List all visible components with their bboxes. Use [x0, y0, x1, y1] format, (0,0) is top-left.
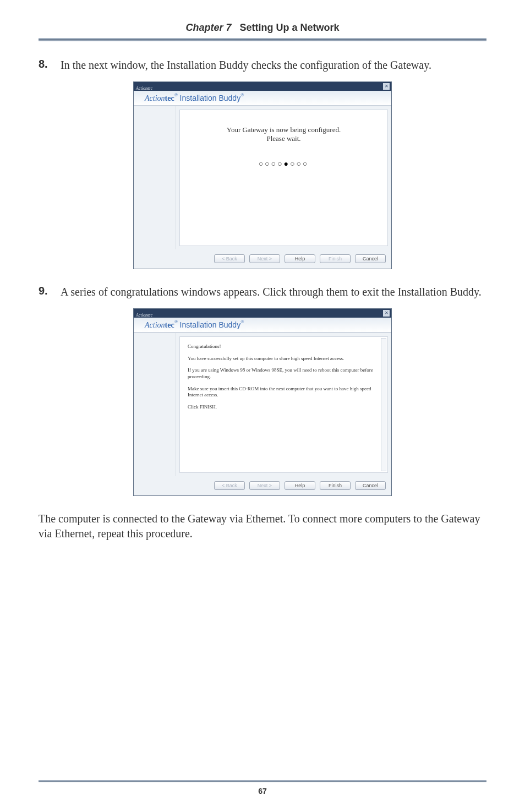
header-rule [39, 38, 486, 41]
main-panel: Your Gateway is now being configured. Pl… [179, 110, 388, 246]
titlebar-label: Actiontec [134, 86, 152, 91]
closing-paragraph: The computer is connected to the Gateway… [39, 511, 486, 541]
configure-message-1: Your Gateway is now being configured. [191, 126, 376, 134]
reg-mark-2: ® [240, 319, 244, 324]
titlebar: Actiontec ✕ [134, 309, 391, 318]
congrats-line-4: Make sure you insert this CD-ROM into th… [188, 386, 376, 399]
step-text: In the next window, the Installation Bud… [61, 58, 486, 73]
footer-rule [39, 780, 486, 782]
scrollbar[interactable] [381, 338, 386, 471]
close-icon[interactable]: ✕ [383, 83, 390, 90]
help-button[interactable]: Help [285, 481, 315, 490]
dialog-body: Your Gateway is now being configured. Pl… [134, 106, 391, 249]
step-8: 8. In the next window, the Installation … [39, 58, 486, 73]
titlebar-label: Actiontec [134, 313, 152, 318]
dialog-footer: < Back Next > Help Finish Cancel [134, 476, 391, 495]
main-panel: Congratulations! You have successfully s… [179, 336, 388, 473]
back-button: < Back [214, 481, 245, 490]
help-button[interactable]: Help [285, 254, 315, 263]
side-column [134, 333, 176, 476]
cancel-button[interactable]: Cancel [355, 254, 386, 263]
back-button: < Back [214, 254, 245, 263]
close-icon[interactable]: ✕ [383, 310, 390, 317]
chapter-label: Chapter 7 [185, 22, 231, 33]
page-footer: 67 [39, 780, 486, 795]
install-dialog-configuring: Actiontec ✕ Actiontec® Installation Budd… [133, 81, 392, 269]
next-button: Next > [249, 254, 280, 263]
brand-action: Action [145, 321, 165, 329]
step-number: 8. [39, 58, 61, 73]
dot-empty: ○○○○ [259, 160, 284, 168]
cancel-button[interactable]: Cancel [355, 481, 386, 490]
side-column [134, 106, 176, 249]
finish-button[interactable]: Finish [320, 481, 351, 490]
reg-mark: ® [174, 319, 178, 324]
next-button: Next > [249, 481, 280, 490]
dialog-body: Congratulations! You have successfully s… [134, 333, 391, 476]
progress-dots: ○○○○●○○○ [191, 160, 376, 168]
chapter-title: Setting Up a Network [240, 22, 340, 33]
step-number: 9. [39, 285, 61, 299]
titlebar: Actiontec ✕ [134, 82, 391, 91]
brand-tec: tec [165, 94, 174, 102]
brand-suffix: Installation Buddy [178, 94, 240, 102]
congrats-text: Congratulations! You have successfully s… [188, 344, 376, 411]
dot-filled: ● [283, 160, 289, 168]
brand-action: Action [145, 94, 165, 102]
install-dialog-congrats: Actiontec ✕ Actiontec® Installation Budd… [133, 308, 392, 496]
finish-button: Finish [320, 254, 351, 263]
congrats-line-5: Click FINISH. [188, 404, 376, 411]
reg-mark-2: ® [240, 92, 244, 97]
brand: Actiontec® Installation Buddy® [145, 321, 244, 329]
configure-message-2: Please wait. [191, 134, 376, 143]
chapter-header: Chapter 7 Setting Up a Network [39, 22, 486, 34]
dialog-footer: < Back Next > Help Finish Cancel [134, 249, 391, 269]
brand-tec: tec [165, 321, 174, 329]
dot-empty-2: ○○○ [290, 160, 309, 168]
congrats-line-3: If you are using Windows 98 or Windows 9… [188, 367, 376, 380]
step-text: A series of congratulations windows appe… [61, 285, 486, 299]
brand-band: Actiontec® Installation Buddy® [134, 318, 391, 333]
page-number: 67 [39, 787, 486, 795]
brand-suffix: Installation Buddy [178, 320, 240, 329]
congrats-line-1: Congratulations! [188, 344, 376, 350]
reg-mark: ® [174, 92, 178, 97]
step-9: 9. A series of congratulations windows a… [39, 285, 486, 299]
brand-band: Actiontec® Installation Buddy® [134, 91, 391, 106]
congrats-line-2: You have successfully set up this comput… [188, 356, 376, 362]
brand: Actiontec® Installation Buddy® [145, 94, 244, 102]
